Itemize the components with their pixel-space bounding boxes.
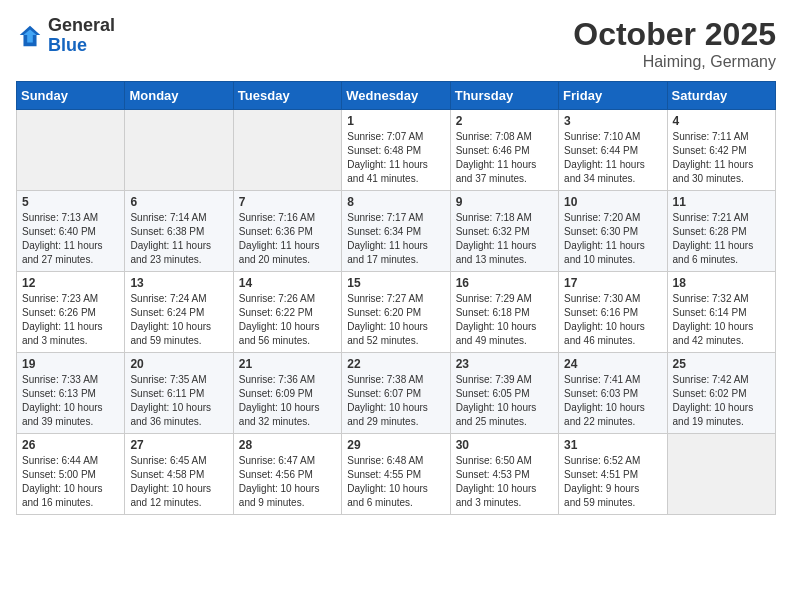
day-number: 30 — [456, 438, 553, 452]
day-info: Sunrise: 6:45 AM Sunset: 4:58 PM Dayligh… — [130, 454, 227, 510]
day-info: Sunrise: 7:35 AM Sunset: 6:11 PM Dayligh… — [130, 373, 227, 429]
calendar-cell — [233, 110, 341, 191]
day-info: Sunrise: 7:20 AM Sunset: 6:30 PM Dayligh… — [564, 211, 661, 267]
weekday-header: Saturday — [667, 82, 775, 110]
calendar-week-row: 12Sunrise: 7:23 AM Sunset: 6:26 PM Dayli… — [17, 272, 776, 353]
calendar-cell: 18Sunrise: 7:32 AM Sunset: 6:14 PM Dayli… — [667, 272, 775, 353]
weekday-header: Sunday — [17, 82, 125, 110]
day-number: 19 — [22, 357, 119, 371]
calendar-cell: 7Sunrise: 7:16 AM Sunset: 6:36 PM Daylig… — [233, 191, 341, 272]
calendar-cell: 25Sunrise: 7:42 AM Sunset: 6:02 PM Dayli… — [667, 353, 775, 434]
calendar-cell: 17Sunrise: 7:30 AM Sunset: 6:16 PM Dayli… — [559, 272, 667, 353]
day-number: 15 — [347, 276, 444, 290]
day-number: 2 — [456, 114, 553, 128]
calendar-cell: 23Sunrise: 7:39 AM Sunset: 6:05 PM Dayli… — [450, 353, 558, 434]
day-number: 9 — [456, 195, 553, 209]
calendar-week-row: 1Sunrise: 7:07 AM Sunset: 6:48 PM Daylig… — [17, 110, 776, 191]
title-block: October 2025 Haiming, Germany — [573, 16, 776, 71]
calendar-cell: 2Sunrise: 7:08 AM Sunset: 6:46 PM Daylig… — [450, 110, 558, 191]
day-info: Sunrise: 7:26 AM Sunset: 6:22 PM Dayligh… — [239, 292, 336, 348]
calendar-cell: 28Sunrise: 6:47 AM Sunset: 4:56 PM Dayli… — [233, 434, 341, 515]
calendar-cell — [667, 434, 775, 515]
day-number: 18 — [673, 276, 770, 290]
day-number: 8 — [347, 195, 444, 209]
calendar-cell — [125, 110, 233, 191]
day-info: Sunrise: 7:17 AM Sunset: 6:34 PM Dayligh… — [347, 211, 444, 267]
day-info: Sunrise: 7:21 AM Sunset: 6:28 PM Dayligh… — [673, 211, 770, 267]
logo-blue: Blue — [48, 35, 87, 55]
calendar-cell: 14Sunrise: 7:26 AM Sunset: 6:22 PM Dayli… — [233, 272, 341, 353]
day-info: Sunrise: 7:41 AM Sunset: 6:03 PM Dayligh… — [564, 373, 661, 429]
day-number: 10 — [564, 195, 661, 209]
day-number: 24 — [564, 357, 661, 371]
day-info: Sunrise: 7:32 AM Sunset: 6:14 PM Dayligh… — [673, 292, 770, 348]
day-number: 1 — [347, 114, 444, 128]
day-info: Sunrise: 7:42 AM Sunset: 6:02 PM Dayligh… — [673, 373, 770, 429]
calendar-cell: 13Sunrise: 7:24 AM Sunset: 6:24 PM Dayli… — [125, 272, 233, 353]
weekday-header: Monday — [125, 82, 233, 110]
calendar-cell: 5Sunrise: 7:13 AM Sunset: 6:40 PM Daylig… — [17, 191, 125, 272]
logo: General Blue — [16, 16, 115, 56]
day-number: 31 — [564, 438, 661, 452]
calendar-cell: 20Sunrise: 7:35 AM Sunset: 6:11 PM Dayli… — [125, 353, 233, 434]
calendar-week-row: 26Sunrise: 6:44 AM Sunset: 5:00 PM Dayli… — [17, 434, 776, 515]
month-title: October 2025 — [573, 16, 776, 53]
calendar-cell: 3Sunrise: 7:10 AM Sunset: 6:44 PM Daylig… — [559, 110, 667, 191]
calendar-cell: 15Sunrise: 7:27 AM Sunset: 6:20 PM Dayli… — [342, 272, 450, 353]
weekday-header: Thursday — [450, 82, 558, 110]
day-number: 13 — [130, 276, 227, 290]
day-info: Sunrise: 7:36 AM Sunset: 6:09 PM Dayligh… — [239, 373, 336, 429]
weekday-header: Wednesday — [342, 82, 450, 110]
day-number: 11 — [673, 195, 770, 209]
day-info: Sunrise: 6:52 AM Sunset: 4:51 PM Dayligh… — [564, 454, 661, 510]
weekday-header: Friday — [559, 82, 667, 110]
day-info: Sunrise: 7:27 AM Sunset: 6:20 PM Dayligh… — [347, 292, 444, 348]
location: Haiming, Germany — [573, 53, 776, 71]
day-number: 6 — [130, 195, 227, 209]
calendar-header-row: SundayMondayTuesdayWednesdayThursdayFrid… — [17, 82, 776, 110]
day-info: Sunrise: 6:50 AM Sunset: 4:53 PM Dayligh… — [456, 454, 553, 510]
day-number: 28 — [239, 438, 336, 452]
calendar-cell: 11Sunrise: 7:21 AM Sunset: 6:28 PM Dayli… — [667, 191, 775, 272]
calendar-cell: 4Sunrise: 7:11 AM Sunset: 6:42 PM Daylig… — [667, 110, 775, 191]
calendar-cell: 9Sunrise: 7:18 AM Sunset: 6:32 PM Daylig… — [450, 191, 558, 272]
calendar-cell: 21Sunrise: 7:36 AM Sunset: 6:09 PM Dayli… — [233, 353, 341, 434]
day-info: Sunrise: 7:07 AM Sunset: 6:48 PM Dayligh… — [347, 130, 444, 186]
weekday-header: Tuesday — [233, 82, 341, 110]
day-number: 4 — [673, 114, 770, 128]
calendar-cell: 6Sunrise: 7:14 AM Sunset: 6:38 PM Daylig… — [125, 191, 233, 272]
calendar-cell: 8Sunrise: 7:17 AM Sunset: 6:34 PM Daylig… — [342, 191, 450, 272]
day-info: Sunrise: 6:47 AM Sunset: 4:56 PM Dayligh… — [239, 454, 336, 510]
page-header: General Blue October 2025 Haiming, Germa… — [16, 16, 776, 71]
calendar-week-row: 19Sunrise: 7:33 AM Sunset: 6:13 PM Dayli… — [17, 353, 776, 434]
day-info: Sunrise: 7:38 AM Sunset: 6:07 PM Dayligh… — [347, 373, 444, 429]
calendar-cell: 22Sunrise: 7:38 AM Sunset: 6:07 PM Dayli… — [342, 353, 450, 434]
calendar-cell: 1Sunrise: 7:07 AM Sunset: 6:48 PM Daylig… — [342, 110, 450, 191]
day-info: Sunrise: 7:18 AM Sunset: 6:32 PM Dayligh… — [456, 211, 553, 267]
day-number: 14 — [239, 276, 336, 290]
calendar-cell: 24Sunrise: 7:41 AM Sunset: 6:03 PM Dayli… — [559, 353, 667, 434]
day-info: Sunrise: 7:39 AM Sunset: 6:05 PM Dayligh… — [456, 373, 553, 429]
day-number: 17 — [564, 276, 661, 290]
day-number: 23 — [456, 357, 553, 371]
calendar-cell: 12Sunrise: 7:23 AM Sunset: 6:26 PM Dayli… — [17, 272, 125, 353]
day-info: Sunrise: 7:23 AM Sunset: 6:26 PM Dayligh… — [22, 292, 119, 348]
day-info: Sunrise: 7:11 AM Sunset: 6:42 PM Dayligh… — [673, 130, 770, 186]
calendar-cell: 19Sunrise: 7:33 AM Sunset: 6:13 PM Dayli… — [17, 353, 125, 434]
day-info: Sunrise: 7:30 AM Sunset: 6:16 PM Dayligh… — [564, 292, 661, 348]
day-info: Sunrise: 6:48 AM Sunset: 4:55 PM Dayligh… — [347, 454, 444, 510]
day-number: 26 — [22, 438, 119, 452]
calendar-cell: 16Sunrise: 7:29 AM Sunset: 6:18 PM Dayli… — [450, 272, 558, 353]
day-number: 25 — [673, 357, 770, 371]
day-info: Sunrise: 7:16 AM Sunset: 6:36 PM Dayligh… — [239, 211, 336, 267]
day-number: 20 — [130, 357, 227, 371]
calendar-cell — [17, 110, 125, 191]
day-info: Sunrise: 7:29 AM Sunset: 6:18 PM Dayligh… — [456, 292, 553, 348]
calendar-cell: 10Sunrise: 7:20 AM Sunset: 6:30 PM Dayli… — [559, 191, 667, 272]
day-number: 21 — [239, 357, 336, 371]
day-number: 3 — [564, 114, 661, 128]
day-info: Sunrise: 7:24 AM Sunset: 6:24 PM Dayligh… — [130, 292, 227, 348]
calendar-cell: 30Sunrise: 6:50 AM Sunset: 4:53 PM Dayli… — [450, 434, 558, 515]
day-number: 29 — [347, 438, 444, 452]
day-number: 22 — [347, 357, 444, 371]
